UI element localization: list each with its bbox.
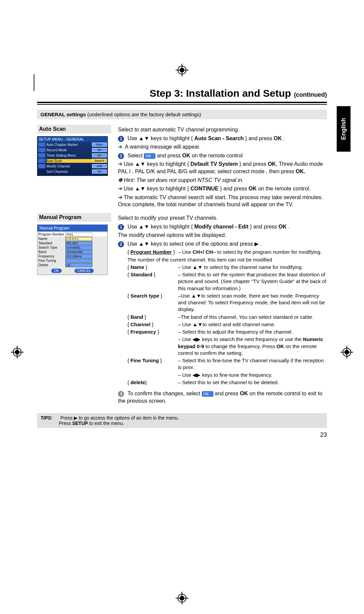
auto-scan-sub3: ➔The automatic TV channel search will st…: [118, 194, 327, 208]
menu-val: Search: [92, 159, 107, 163]
opt-program-note: The number of the current channel, this …: [127, 256, 327, 263]
mp-val: Ok: [65, 263, 92, 267]
opt-search-type: { Search type } –Use ▲▼to select scan mo…: [127, 293, 327, 313]
menu-val: OK: [92, 170, 107, 174]
menu-item: Modify Channel: [47, 164, 92, 168]
tips-line2a: Press: [59, 421, 72, 426]
auto-scan-step1-arrow: ➔ A warning message will appear.: [118, 143, 327, 151]
arrow-right-icon: ➔: [118, 186, 122, 191]
auto-scan-sub1: ➔Use ▲▼ keys to highlight { Default TV S…: [118, 160, 327, 175]
opt-fine-tuning: { Fine Tuning } – Select this to fine-tu…: [127, 357, 327, 371]
step-icon-1: 1: [118, 136, 124, 142]
mp-label: Fine Tuning: [38, 259, 65, 263]
tips-label: TIPS:: [40, 415, 53, 421]
manual-program-screenshot: Manual Program Program NumberP001 NameC …: [37, 224, 108, 275]
language-tab: English: [337, 106, 351, 152]
mp-label: Search Type: [38, 246, 65, 249]
mp-val: CHANNEL: [65, 246, 92, 250]
general-rest: (underlined options are the factory defa…: [86, 112, 201, 117]
manual-step1: 1 Use ▲▼ keys to highlight { Modify chan…: [118, 223, 327, 231]
ok-pill-icon: OK: [144, 153, 155, 159]
registration-mark-right: [342, 347, 352, 357]
mp-val: STANDARD: [65, 250, 92, 254]
tips-line2-bold: SETUP: [72, 421, 88, 426]
rule-thin: [37, 104, 327, 105]
mp-label: Delete: [38, 263, 65, 267]
mp-ok-button: OK: [51, 269, 61, 273]
title-continued: (continued): [294, 91, 327, 98]
mp-label: Standard: [38, 241, 65, 245]
opt-frequency-b: – Use ◀▶ keys to search the next frequen…: [127, 336, 327, 357]
step-icon-3: 3: [118, 391, 124, 397]
step-icon-2: 2: [118, 241, 124, 247]
mp-val: -: [65, 259, 92, 263]
manual-step3: 3 To confirm the changes, select OK and …: [118, 390, 327, 404]
step-icon-1: 1: [118, 224, 124, 230]
menu-val: OK: [92, 153, 107, 157]
mp-val: C h 0 0 1: [65, 237, 92, 241]
general-bold: GENERAL settings: [40, 112, 86, 117]
mp-label: Band: [38, 250, 65, 254]
manual-program-heading: Manual Program: [37, 213, 111, 222]
manual-intro: Select to modify your preset TV channels…: [118, 214, 327, 222]
title-main: Step 3: Installation and Setup: [150, 88, 291, 99]
mp-label: Program Number: [38, 233, 65, 236]
menu-item-highlighted: Auto Scan: [47, 159, 92, 163]
general-settings-bar: GENERAL settings (underlined options are…: [37, 110, 327, 119]
arrow-right-icon: ➔: [118, 144, 122, 150]
auto-scan-step2: 2 Select OK and press OK on the remote c…: [118, 152, 327, 159]
registration-mark-bottom: [177, 593, 187, 603]
opt-frequency: { Frequency } – Select this to adjust th…: [127, 329, 327, 335]
crop-mark: [34, 74, 34, 91]
menu-item: Timer Setting Menu: [47, 154, 92, 157]
setup-menu-screenshot: SETUP MENU - GENERAL Auto Chapter Marker…: [37, 136, 108, 176]
manual-step2: 2 Use ▲▼ keys to select one of the optio…: [118, 240, 327, 248]
opt-fine-tuning-b: – Use ◀▶ keys to fine-tune the frequency…: [127, 372, 327, 378]
registration-mark-left: [12, 347, 22, 357]
menu-item: Auto Chapter Marker: [47, 143, 92, 147]
opt-standard: { Standard } – Select this to set the sy…: [127, 271, 327, 292]
arrow-right-icon: ➔: [118, 194, 122, 200]
mp-val: 172.25MHz: [65, 254, 92, 258]
rule-thick: [37, 102, 327, 103]
mp-label: Frequency: [38, 254, 65, 258]
arrow-right-icon: ➔: [118, 161, 122, 167]
menu-val: SP: [92, 148, 107, 152]
mp-label: Name: [38, 237, 65, 241]
opt-channel: { Channel } – Use ▲▼to select and edit c…: [127, 321, 327, 328]
opt-name: { Name } – Use ▲▼ to select by the chann…: [127, 264, 327, 271]
menu-item: Record Mode: [47, 148, 92, 152]
ok-pill-icon: OK: [202, 391, 213, 397]
opt-program-number: { Program Number } – Use CH+/ CH– to sel…: [127, 249, 327, 255]
manual-step1-d: The modify channel options will be displ…: [118, 232, 327, 239]
page-title: Step 3: Installation and Setup (continue…: [37, 88, 327, 99]
registration-mark-top: [177, 65, 187, 75]
page-number: 23: [37, 431, 327, 438]
opt-delete: { delete} – Select this to set the chann…: [127, 379, 327, 386]
mp-val: PAL B/G: [65, 241, 92, 245]
auto-scan-intro: Select to start automatic TV channel pro…: [118, 126, 327, 133]
auto-scan-heading: Auto Scan: [37, 125, 111, 133]
auto-scan-sub2: ➔Use ▲▼ keys to highlight { CONTINUE } a…: [118, 185, 327, 192]
tips-line2b: to exit the menu.: [88, 421, 124, 426]
menu-val: Edit: [92, 164, 107, 168]
tips-bar: TIPS: Press ▶ to go access the options o…: [37, 413, 327, 428]
mp-val: P001: [65, 233, 92, 237]
menu-title: SETUP MENU - GENERAL: [37, 136, 108, 142]
opt-band: { Band } –The band of this channel, You …: [127, 314, 327, 320]
mp-cancel-button: CANCEL: [74, 269, 94, 273]
menu-val: 5min: [92, 143, 107, 147]
tips-line1: Press ▶ to go access the options of an i…: [60, 415, 179, 421]
auto-scan-hint: ✽ Hint: The set does not support NTSC TV…: [118, 177, 327, 184]
mp-title: Manual Program: [37, 225, 108, 232]
auto-scan-step1: 1 Use ▲▼ keys to highlight { Auto Scan -…: [118, 135, 327, 142]
step-icon-2: 2: [118, 153, 124, 159]
menu-item: Sort Channels: [47, 170, 92, 174]
